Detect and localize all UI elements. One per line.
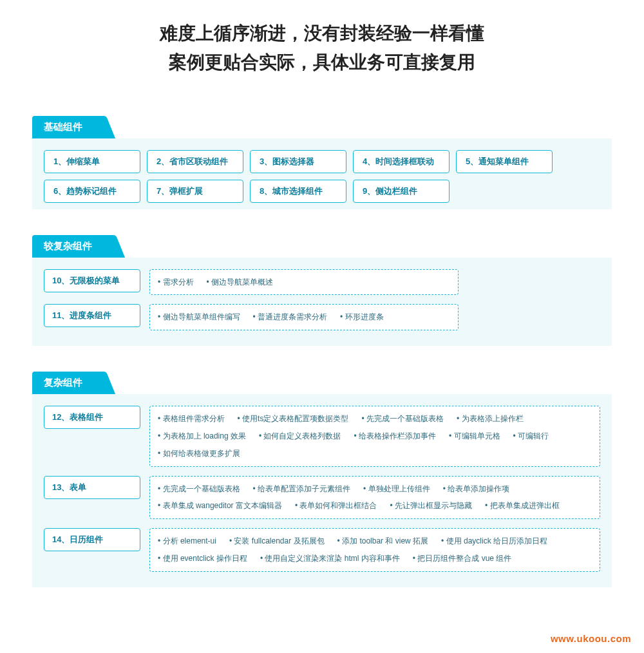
- section-tab-label: 基础组件: [44, 121, 82, 132]
- detail-point: 表单集成 wangeditor 富文本编辑器: [158, 498, 282, 513]
- component-pill: 8、城市选择组件: [250, 180, 346, 203]
- page-headline: 难度上循序渐进，没有封装经验一样看懂 案例更贴合实际，具体业务可直接复用: [0, 19, 644, 77]
- section-tab-complex: 复杂组件: [32, 372, 102, 394]
- row-detail: 分析 element-ui安装 fullcalendar 及拓展包添加 tool…: [149, 528, 600, 572]
- section-body-mid: 10、无限极的菜单需求分析侧边导航菜单概述11、进度条组件侧边导航菜单组件编写普…: [32, 258, 612, 346]
- section-basic: 基础组件 1、伸缩菜单2、省市区联动组件3、图标选择器4、时间选择框联动5、通知…: [32, 116, 612, 209]
- row-title: 13、表单: [44, 476, 140, 499]
- section-body-basic: 1、伸缩菜单2、省市区联动组件3、图标选择器4、时间选择框联动5、通知菜单组件6…: [32, 138, 612, 209]
- detail-point: 如何自定义表格列数据: [259, 429, 341, 444]
- detail-point: 环形进度条: [340, 310, 384, 325]
- detail-point: 使用 dayclick 给日历添加日程: [441, 534, 547, 549]
- row-title: 14、日历组件: [44, 528, 140, 551]
- component-pill: 6、趋势标记组件: [44, 180, 140, 203]
- detail-point: 如何给表格做更多扩展: [158, 446, 240, 461]
- component-pill: 3、图标选择器: [250, 150, 346, 173]
- detail-point: 普通进度条需求分析: [253, 310, 328, 325]
- component-row: 10、无限极的菜单需求分析侧边导航菜单概述: [44, 269, 600, 296]
- detail-point: 安装 fullcalendar 及拓展包: [229, 534, 325, 549]
- component-pill: 4、时间选择框联动: [353, 150, 450, 173]
- section-complex: 复杂组件 12、表格组件表格组件需求分析使用ts定义表格配置项数据类型先完成一个…: [32, 372, 612, 587]
- detail-point: 使用 eventclick 操作日程: [158, 551, 247, 566]
- component-pill: 7、弹框扩展: [147, 180, 243, 203]
- detail-point: 给表单配置添加子元素组件: [253, 482, 351, 497]
- detail-point: 表单如何和弹出框结合: [295, 498, 377, 513]
- row-title: 12、表格组件: [44, 406, 140, 429]
- detail-point: 先完成一个基础版表格: [361, 412, 444, 426]
- detail-point: 给表单添加操作项: [443, 482, 510, 497]
- detail-point: 侧边导航菜单概述: [207, 275, 274, 290]
- component-row: 12、表格组件表格组件需求分析使用ts定义表格配置项数据类型先完成一个基础版表格…: [44, 406, 600, 466]
- detail-point: 使用ts定义表格配置项数据类型: [238, 412, 349, 426]
- section-tab-basic: 基础组件: [32, 116, 102, 138]
- row-title: 10、无限极的菜单: [44, 269, 140, 292]
- row-detail: 表格组件需求分析使用ts定义表格配置项数据类型先完成一个基础版表格为表格添上操作…: [149, 406, 600, 466]
- row-detail: 侧边导航菜单组件编写普通进度条需求分析环形进度条: [149, 304, 459, 330]
- component-row: 13、表单先完成一个基础版表格给表单配置添加子元素组件单独处理上传组件给表单添加…: [44, 476, 600, 520]
- detail-point: 把日历组件整合成 vue 组件: [413, 551, 512, 566]
- detail-point: 为表格添上操作栏: [457, 412, 524, 426]
- row-detail: 需求分析侧边导航菜单概述: [149, 269, 459, 296]
- detail-point: 需求分析: [158, 275, 194, 290]
- section-tab-mid: 较复杂组件: [32, 235, 111, 258]
- headline-line-2: 案例更贴合实际，具体业务可直接复用: [0, 48, 644, 77]
- detail-point: 表格组件需求分析: [158, 412, 225, 426]
- detail-point: 使用自定义渲染来渲染 html 内容和事件: [260, 551, 400, 566]
- section-tab-label: 复杂组件: [44, 377, 82, 388]
- detail-point: 分析 element-ui: [158, 534, 216, 549]
- section-mid: 较复杂组件 10、无限极的菜单需求分析侧边导航菜单概述11、进度条组件侧边导航菜…: [32, 235, 612, 346]
- detail-point: 添加 toolbar 和 view 拓展: [337, 534, 429, 549]
- detail-point: 给表格操作栏添加事件: [354, 429, 436, 444]
- component-row: 14、日历组件分析 element-ui安装 fullcalendar 及拓展包…: [44, 528, 600, 572]
- row-title: 11、进度条组件: [44, 304, 140, 327]
- component-pill: 1、伸缩菜单: [44, 150, 140, 173]
- detail-point: 把表单集成进弹出框: [485, 498, 560, 513]
- detail-point: 可编辑行: [513, 429, 549, 444]
- component-pill: 9、侧边栏组件: [353, 180, 450, 203]
- detail-point: 可编辑单元格: [449, 429, 500, 444]
- component-pill: 5、通知菜单组件: [456, 150, 553, 173]
- detail-point: 先完成一个基础版表格: [158, 482, 240, 497]
- detail-point: 单独处理上传组件: [363, 482, 430, 497]
- detail-point: 为表格加上 loading 效果: [158, 429, 246, 444]
- section-tab-label: 较复杂组件: [44, 240, 92, 251]
- basic-pill-grid: 1、伸缩菜单2、省市区联动组件3、图标选择器4、时间选择框联动5、通知菜单组件6…: [44, 150, 600, 203]
- component-row: 11、进度条组件侧边导航菜单组件编写普通进度条需求分析环形进度条: [44, 304, 600, 330]
- detail-point: 侧边导航菜单组件编写: [158, 310, 240, 325]
- component-pill: 2、省市区联动组件: [147, 150, 243, 173]
- section-body-complex: 12、表格组件表格组件需求分析使用ts定义表格配置项数据类型先完成一个基础版表格…: [32, 394, 612, 587]
- row-detail: 先完成一个基础版表格给表单配置添加子元素组件单独处理上传组件给表单添加操作项表单…: [149, 476, 600, 520]
- detail-point: 先让弹出框显示与隐藏: [390, 498, 472, 513]
- headline-line-1: 难度上循序渐进，没有封装经验一样看懂: [0, 19, 644, 48]
